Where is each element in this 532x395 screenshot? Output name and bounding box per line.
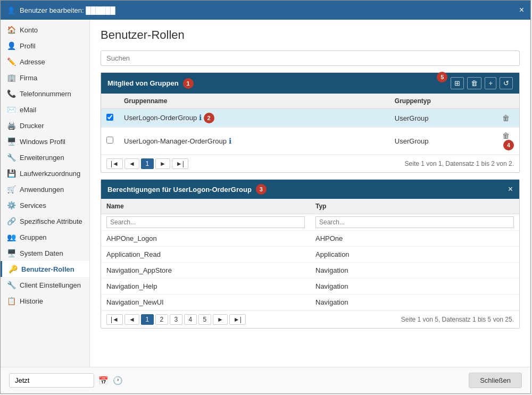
badge-5: 5 [437,72,447,82]
sidebar-item-profil[interactable]: 👤 Profil [1,38,89,54]
perms-name-search-cell [101,214,310,231]
page-title: Benutzer-Rollen [101,28,520,42]
sidebar-item-konto[interactable]: 🏠 Konto [1,22,89,38]
perms-panel-title: Berechtigungen für UserLogon-OrderGroup [107,186,252,194]
perms-page-3[interactable]: 3 [170,314,182,325]
sidebar-item-firma[interactable]: 🏢 Firma [1,70,89,86]
sidebar-label-firma: Firma [20,74,37,82]
refresh-group-button[interactable]: ↺ [500,77,513,89]
perms-page-1[interactable]: 1 [141,314,154,325]
delete-row-button-1[interactable]: 🗑 [502,114,510,122]
sidebar-item-drucker[interactable]: 🖨️ Drucker [1,117,89,133]
sidebar-label-anwendungen: Anwendungen [20,186,64,194]
perms-next-page[interactable]: ► [213,314,228,325]
sidebar-item-spezifische-attribute[interactable]: 🔗 Spezifische Attribute [1,213,89,229]
sidebar-label-system-daten: System Daten [20,249,63,257]
page-1-btn[interactable]: 1 [141,158,154,169]
sidebar-item-client-einstellungen[interactable]: 🔧 Client Einstellungen [1,277,89,293]
sidebar-item-adresse[interactable]: ✏️ Adresse [1,54,89,70]
delete-group-button[interactable]: 🗑 [467,77,481,89]
sidebar-label-gruppen: Gruppen [20,233,47,241]
close-icon[interactable]: × [519,6,524,14]
wrench-icon: 🔧 [7,153,15,162]
col-action [497,94,519,109]
perms-panel-close-button[interactable]: × [508,184,513,194]
perm-name-1: AHPOne_Logon [101,231,310,247]
perm-name-2: Application_Read [101,247,310,263]
sidebar-label-erweiterungen: Erweiterungen [20,154,64,162]
perm-type-5: Navigation [310,295,519,310]
sidebar-item-erweiterungen[interactable]: 🔧 Erweiterungen [1,149,89,165]
perm-type-1: AHPOne [310,231,519,247]
groups-pagination-controls: |◄ ◄ 1 ► ►| [106,158,188,169]
perms-last-page[interactable]: ►| [229,314,246,325]
col-gruppentyp: Gruppentyp [389,94,497,109]
perms-type-search[interactable] [315,216,514,228]
perms-panel: Berechtigungen für UserLogon-OrderGroup … [101,179,520,329]
sidebar-label-drucker: Drucker [20,122,44,130]
user-icon: 👤 [7,6,15,14]
sidebar-item-anwendungen[interactable]: 🛒 Anwendungen [1,181,89,197]
info-button-2[interactable]: ℹ [229,137,231,145]
sidebar-label-benutzer-rollen: Benutzer-Rollen [21,265,74,273]
sidebar-label-windows-profil: Windows Profil [20,138,65,146]
sidebar-item-historie[interactable]: 📋 Historie [1,293,89,309]
perms-name-search[interactable] [106,216,305,228]
perms-page-2[interactable]: 2 [155,314,168,325]
delete-row-button-2[interactable]: 🗑 [502,131,510,140]
groups-panel: Mitglied von Gruppen 1 5 ⊞ 🗑 + ↺ [101,72,520,173]
sidebar-item-laufwerkzuordnung[interactable]: 💾 Laufwerkzuordnung [1,165,89,181]
row-group-type: UserGroup [389,109,497,128]
system-icon: 🖥️ [7,249,15,257]
sidebar-label-konto: Konto [20,26,38,34]
sidebar-item-telefonnummern[interactable]: 📞 Telefonnummern [1,86,89,102]
sidebar-label-spezifische-attribute: Spezifische Attribute [20,217,82,225]
perms-type-search-cell [310,214,519,231]
perms-table: Name Typ [101,199,519,310]
info-button-1[interactable]: ℹ [199,113,202,122]
row-checkbox-1[interactable] [106,114,113,121]
sidebar-item-gruppen[interactable]: 👥 Gruppen [1,229,89,245]
table-row: Navigation_AppStore Navigation [101,263,519,279]
sidebar-label-email: eMail [20,106,36,114]
sidebar-item-benutzer-rollen[interactable]: 🔑 Benutzer-Rollen [1,261,89,277]
perms-page-5[interactable]: 5 [198,314,211,325]
row-checkbox-2[interactable] [106,137,113,144]
printer-icon: 🖨️ [7,121,15,130]
groups-panel-actions: 5 ⊞ 🗑 + ↺ [437,77,513,89]
sidebar-item-system-daten[interactable]: 🖥️ System Daten [1,245,89,261]
sidebar-item-email[interactable]: ✉️ eMail [1,102,89,117]
next-page-btn[interactable]: ► [155,158,170,169]
perm-name-3: Navigation_AppStore [101,263,310,279]
first-page-btn[interactable]: |◄ [106,158,123,169]
close-button[interactable]: Schließen [469,373,522,388]
table-row: Navigation_NewUI Navigation [101,295,519,310]
calendar-icon[interactable]: 📅 [98,376,109,385]
edit-icon: ✏️ [7,57,15,66]
phone-icon: 📞 [7,89,15,98]
perms-prev-page[interactable]: ◄ [124,314,139,325]
perms-first-page[interactable]: |◄ [106,314,123,325]
table-row: Navigation_Help Navigation [101,279,519,295]
export-button[interactable]: ⊞ [451,77,464,89]
main-content: Benutzer-Rollen Mitglied von Gruppen 1 5… [90,20,530,367]
clock-icon[interactable]: 🕐 [113,376,123,385]
footer-date-input[interactable] [9,373,94,388]
search-input[interactable] [101,51,520,66]
sidebar-item-windows-profil[interactable]: 🖥️ Windows Profil [1,133,89,149]
table-row: AHPOne_Logon AHPOne [101,231,519,247]
home-icon: 🏠 [7,26,15,34]
perm-name-5: Navigation_NewUI [101,295,310,310]
perms-page-4[interactable]: 4 [184,314,197,325]
sidebar-item-services[interactable]: ⚙️ Services [1,197,89,213]
add-group-button[interactable]: + [485,77,496,89]
row-action-cell-2: 🗑 4 [497,128,519,155]
prev-page-btn[interactable]: ◄ [124,158,139,169]
last-page-btn[interactable]: ►| [172,158,188,169]
perm-type-2: Application [310,247,519,263]
sidebar-label-profil: Profil [20,42,36,50]
drive-icon: 💾 [7,169,15,178]
col-gruppenname: Gruppenname [119,94,389,109]
groups-table: Gruppenname Gruppentyp UserLogon-OrderGr… [101,94,519,155]
col-typ: Typ [310,199,519,214]
